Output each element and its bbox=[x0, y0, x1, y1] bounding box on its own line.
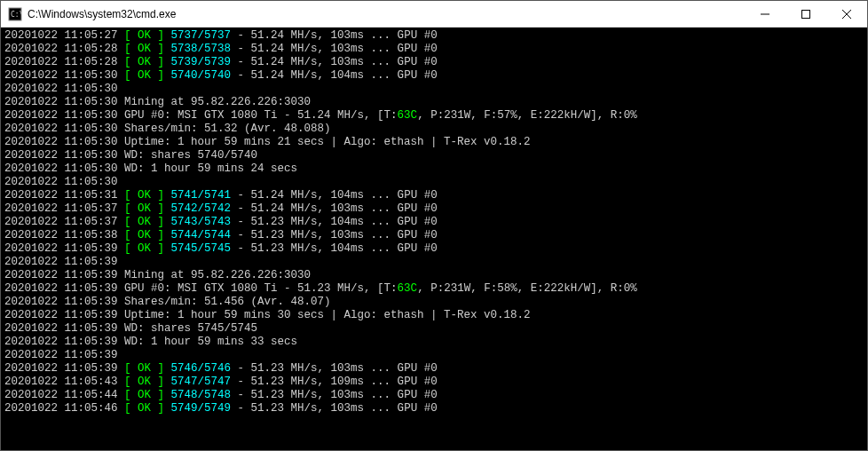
log-line: 20201022 11:05:39 bbox=[4, 256, 864, 269]
cmd-icon: C:\ bbox=[8, 7, 22, 21]
log-line: 20201022 11:05:30 WD: shares 5740/5740 bbox=[4, 149, 864, 162]
log-line: 20201022 11:05:39 [ OK ] 5746/5746 - 51.… bbox=[4, 362, 864, 376]
svg-text:C:\: C:\ bbox=[11, 11, 22, 19]
log-line: 20201022 11:05:31 [ OK ] 5741/5741 - 51.… bbox=[4, 189, 864, 202]
log-line: 20201022 11:05:37 [ OK ] 5743/5743 - 51.… bbox=[4, 216, 864, 229]
log-line: 20201022 11:05:37 [ OK ] 5742/5742 - 51.… bbox=[4, 202, 864, 216]
log-line: 20201022 11:05:39 GPU #0: MSI GTX 1080 T… bbox=[4, 282, 864, 296]
log-line: 20201022 11:05:30 GPU #0: MSI GTX 1080 T… bbox=[4, 109, 864, 123]
log-line: 20201022 11:05:39 bbox=[4, 349, 864, 362]
log-line: 20201022 11:05:30 bbox=[4, 176, 864, 189]
terminal-output[interactable]: 20201022 11:05:27 [ OK ] 5737/5737 - 51.… bbox=[1, 28, 867, 450]
log-line: 20201022 11:05:30 Shares/min: 51.32 (Avr… bbox=[4, 123, 864, 136]
window-controls bbox=[745, 1, 867, 27]
log-line: 20201022 11:05:30 Uptime: 1 hour 59 mins… bbox=[4, 136, 864, 149]
svg-rect-3 bbox=[802, 10, 810, 18]
log-line: 20201022 11:05:43 [ OK ] 5747/5747 - 51.… bbox=[4, 376, 864, 389]
log-line: 20201022 11:05:39 Uptime: 1 hour 59 mins… bbox=[4, 309, 864, 322]
log-line: 20201022 11:05:39 WD: shares 5745/5745 bbox=[4, 322, 864, 336]
log-line: 20201022 11:05:39 Shares/min: 51.456 (Av… bbox=[4, 296, 864, 309]
log-line: 20201022 11:05:46 [ OK ] 5749/5749 - 51.… bbox=[4, 402, 864, 415]
log-line: 20201022 11:05:30 WD: 1 hour 59 mins 24 … bbox=[4, 162, 864, 176]
maximize-button[interactable] bbox=[785, 1, 826, 27]
log-line: 20201022 11:05:39 [ OK ] 5745/5745 - 51.… bbox=[4, 242, 864, 256]
log-line: 20201022 11:05:38 [ OK ] 5744/5744 - 51.… bbox=[4, 229, 864, 242]
titlebar[interactable]: C:\ C:\Windows\system32\cmd.exe bbox=[1, 1, 867, 28]
window-title: C:\Windows\system32\cmd.exe bbox=[28, 8, 745, 20]
log-line: 20201022 11:05:28 [ OK ] 5738/5738 - 51.… bbox=[4, 43, 864, 56]
close-button[interactable] bbox=[826, 1, 867, 27]
cmd-window: C:\ C:\Windows\system32\cmd.exe 20201022… bbox=[0, 0, 868, 451]
log-line: 20201022 11:05:30 [ OK ] 5740/5740 - 51.… bbox=[4, 69, 864, 83]
log-line: 20201022 11:05:30 Mining at 95.82.226.22… bbox=[4, 96, 864, 109]
log-line: 20201022 11:05:39 WD: 1 hour 59 mins 33 … bbox=[4, 336, 864, 349]
log-line: 20201022 11:05:30 bbox=[4, 83, 864, 96]
minimize-button[interactable] bbox=[745, 1, 785, 27]
log-line: 20201022 11:05:28 [ OK ] 5739/5739 - 51.… bbox=[4, 56, 864, 69]
log-line: 20201022 11:05:39 Mining at 95.82.226.22… bbox=[4, 269, 864, 282]
log-line: 20201022 11:05:44 [ OK ] 5748/5748 - 51.… bbox=[4, 389, 864, 402]
log-line: 20201022 11:05:27 [ OK ] 5737/5737 - 51.… bbox=[4, 29, 864, 43]
